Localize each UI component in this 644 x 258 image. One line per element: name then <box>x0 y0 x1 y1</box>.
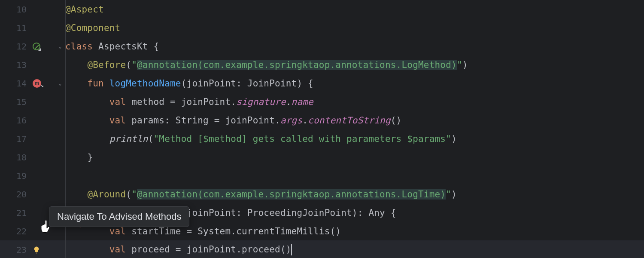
code-content[interactable]: @Around("@annotation(com.example.springk… <box>65 189 644 200</box>
gutter-tooltip[interactable]: Navigate To Advised Methods <box>49 206 189 227</box>
line-number: 16 <box>0 115 31 126</box>
code-content[interactable]: @Component <box>65 23 644 33</box>
fold-toggle[interactable]: ⌄ <box>55 43 65 49</box>
line-number: 10 <box>0 4 31 15</box>
keyword: val <box>109 97 126 107</box>
advised-method-icon[interactable] <box>33 209 41 217</box>
code-line[interactable]: 14 m↘ ⌄ fun logMethodName(joinPoint: Joi… <box>0 74 644 92</box>
line-number: 17 <box>0 134 31 144</box>
code-line[interactable]: 11 @Component <box>0 18 644 37</box>
code-line[interactable]: 12 ⌄ class AspectsKt { <box>0 37 644 55</box>
line-number: 11 <box>0 23 31 33</box>
code-line[interactable]: 17 println("Method [$method] gets called… <box>0 129 644 148</box>
code-content[interactable]: val proceed = joinPoint.proceed() <box>65 244 644 255</box>
annotation: @Aspect <box>65 4 104 15</box>
property: contentToString <box>308 115 391 126</box>
code-content[interactable]: class AspectsKt { <box>65 41 644 52</box>
property: signature <box>236 97 286 107</box>
code-line[interactable]: 20 @Around("@annotation(com.example.spri… <box>0 185 644 203</box>
annotation: @Before <box>87 60 126 70</box>
code-content[interactable]: fun logMethodName(joinPoint: JoinPoint) … <box>65 78 644 89</box>
code-line[interactable]: 13 @Before("@annotation(com.example.spri… <box>0 55 644 74</box>
keyword: val <box>109 115 126 126</box>
code-line[interactable]: 16 val params: String = joinPoint.args.c… <box>0 111 644 129</box>
code-line[interactable]: 15 val method = joinPoint.signature.name <box>0 92 644 111</box>
code-line[interactable]: 23 val proceed = joinPoint.proceed() <box>0 240 644 258</box>
advised-method-icon[interactable]: m↘ <box>33 79 41 88</box>
keyword: val <box>109 226 126 236</box>
code-content[interactable]: @Before("@annotation(com.example.springk… <box>65 60 644 70</box>
line-number: 12 <box>0 41 31 52</box>
pointer-cursor-icon <box>38 219 50 236</box>
code-content[interactable]: val params: String = joinPoint.args.cont… <box>65 115 644 126</box>
code-line[interactable]: 10 @Aspect <box>0 0 644 18</box>
line-number: 19 <box>0 171 31 181</box>
line-number: 15 <box>0 97 31 107</box>
code-content[interactable]: @Aspect <box>65 4 644 15</box>
annotation: @Component <box>65 23 120 33</box>
line-number: 13 <box>0 60 31 70</box>
function-name: logMethodName <box>109 78 181 89</box>
annotation: @Around <box>87 189 126 200</box>
code-content[interactable]: } <box>65 152 644 163</box>
builtin-fn: println <box>109 134 148 144</box>
text-caret <box>291 244 292 255</box>
keyword: val <box>109 244 126 255</box>
line-number: 23 <box>0 245 31 255</box>
code-line[interactable]: 18 } <box>0 148 644 166</box>
code-content[interactable]: println("Method [$method] gets called wi… <box>65 134 644 144</box>
line-number: 20 <box>0 189 31 200</box>
code-content[interactable]: val method = joinPoint.signature.name <box>65 97 644 107</box>
property: name <box>292 97 313 107</box>
code-content[interactable]: val startTime = System.currentTimeMillis… <box>65 226 644 236</box>
run-disabled-icon[interactable] <box>33 43 40 50</box>
keyword: fun <box>87 78 104 89</box>
line-number: 18 <box>0 152 31 163</box>
property: args <box>280 115 302 126</box>
intention-bulb-icon[interactable] <box>33 246 40 254</box>
line-number: 21 <box>0 208 31 218</box>
code-line[interactable]: 19 <box>0 166 644 185</box>
class-name: AspectsKt <box>98 41 148 52</box>
fold-toggle[interactable]: ⌄ <box>55 80 65 86</box>
line-number: 14 <box>0 78 31 89</box>
keyword: class <box>65 41 93 52</box>
line-number: 22 <box>0 226 31 236</box>
